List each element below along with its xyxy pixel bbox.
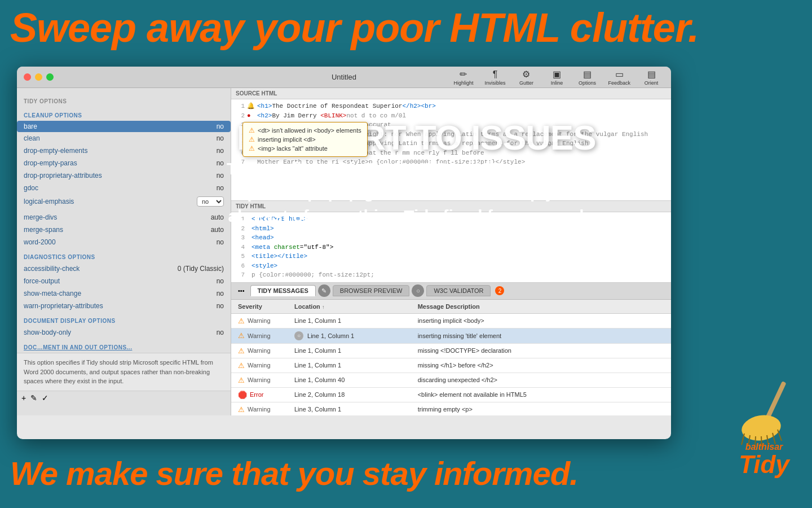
tidy-line-7: 7 p {color:#000000; font-size:12pt; — [236, 270, 667, 280]
option-word-2000-name: word-2000 — [24, 238, 217, 246]
option-drop-prop-attr-row[interactable]: drop-proprietary-attributes no — [17, 169, 231, 182]
tab-tidy-messages-action[interactable]: ✎ — [318, 284, 330, 297]
warning-icon-2: ⚠ — [249, 135, 255, 143]
option-drop-prop-attr-value: no — [217, 172, 224, 179]
option-gdoc-row[interactable]: gdoc no — [17, 182, 231, 194]
toolbar-gutter[interactable]: ⚙ Gutter — [512, 68, 540, 87]
tab-browser-preview-action[interactable]: ○ — [412, 284, 424, 297]
info-box-text: This option specifies if Tidy should str… — [24, 359, 213, 384]
option-accessibility-check-row[interactable]: accessibility-check 0 (Tidy Classic) — [17, 262, 231, 275]
location-text: Line 2, Column 18 — [294, 391, 418, 398]
message-row[interactable]: ⚠ Warning Line 1, Column 40 discarding u… — [231, 373, 671, 388]
toolbar-highlight[interactable]: ✏ Highlight — [449, 68, 478, 87]
option-warn-prop-attr-value: no — [217, 302, 224, 310]
option-drop-empty-elements-name: drop-empty-elements — [24, 147, 217, 155]
desc-text: trimming empty <p> — [418, 406, 664, 413]
toolbar-inline[interactable]: ▣ Inline — [542, 68, 571, 87]
message-row[interactable]: ⚠ Warning Line 1, Column 1 missing <!DOC… — [231, 344, 671, 358]
location-text: Line 3, Column 1 — [294, 406, 418, 413]
location-text: Line 1, Column 1 — [294, 362, 418, 369]
toolbar-feedback[interactable]: ▭ Feedback — [603, 68, 635, 87]
message-row[interactable]: ⚠ Warning Line 1, Column 1 inserting imp… — [231, 314, 671, 329]
tab-w3c-validator[interactable]: W3C VALIDATOR — [426, 285, 491, 296]
option-logical-emphasis-row[interactable]: logical-emphasis no yes — [17, 194, 231, 209]
severity-warning: ⚠ Warning — [238, 361, 294, 370]
gutter-label: Gutter — [519, 80, 533, 86]
option-show-body-only-name: show-body-only — [24, 329, 217, 336]
option-drop-empty-elements-row[interactable]: drop-empty-elements no — [17, 144, 231, 157]
option-drop-empty-paras-row[interactable]: drop-empty-paras no — [17, 157, 231, 169]
severity-warning: ⚠ Warning — [238, 317, 294, 325]
severity-text: Warning — [248, 317, 271, 324]
option-logical-emphasis-select[interactable]: no yes — [197, 196, 224, 207]
option-warn-prop-attr-name: warn-proprietary-attributes — [24, 302, 217, 310]
message-row[interactable]: ⚠ Warning ○ Line 1, Column 1 inserting m… — [231, 329, 671, 344]
option-merge-spans-row[interactable]: merge-spans auto — [17, 224, 231, 236]
col-location-header[interactable]: Location ↑ — [294, 303, 418, 310]
option-merge-spans-name: merge-spans — [24, 226, 211, 234]
options-label: Options — [579, 80, 596, 86]
sidebar: TIDY OPTIONS CLEANUP OPTIONS bare no cle… — [17, 88, 231, 415]
highlight-label: Highlight — [453, 80, 473, 86]
inout-options-title: DOC…MENT IN AND OUT OPTIONS... — [17, 339, 231, 353]
invisibles-icon: ¶ — [493, 69, 498, 80]
svg-line-8 — [778, 430, 782, 441]
svg-line-2 — [742, 433, 744, 445]
option-merge-divs-value: auto — [211, 213, 224, 221]
message-row[interactable]: ⚠ Warning Line 1, Column 1 missing </h1>… — [231, 358, 671, 373]
mascot-area: balthisar Tidy — [730, 374, 798, 477]
option-clean-row[interactable]: clean no — [17, 132, 231, 144]
severity-warning: ⚠ Warning — [238, 405, 294, 414]
row-indicator-icon: ○ — [294, 331, 303, 340]
option-bare-row[interactable]: bare no — [17, 121, 231, 132]
tidy-html-title: TIDY HTML — [231, 201, 671, 212]
severity-error: 🛑 Error — [238, 391, 294, 399]
toolbar-orient[interactable]: ▤ Orient — [637, 68, 665, 87]
sidebar-check-button[interactable]: ✓ — [42, 393, 48, 402]
option-show-meta-change-row[interactable]: show-meta-change no — [17, 287, 231, 300]
tidy-code: 1 <!DOCTYPE html> 2 <html> 3 <head> 4 <m… — [231, 212, 671, 282]
sidebar-edit-button[interactable]: ✎ — [30, 393, 37, 402]
messages-header: Severity Location ↑ Message Description — [231, 300, 671, 314]
tab-tidy-messages[interactable]: TIDY MESSAGES — [250, 285, 316, 296]
severity-text: Warning — [248, 332, 271, 339]
warning-icon-3: ⚠ — [249, 144, 255, 152]
tab-browser-preview[interactable]: BROWSER PREVIEW — [333, 285, 410, 296]
location-text: ○ Line 1, Column 1 — [294, 331, 418, 340]
source-line-1: 1 🔔 <h1>The Doctrine of Respondeat Super… — [236, 102, 667, 111]
orient-icon: ▤ — [647, 69, 656, 80]
option-show-body-only-row[interactable]: show-body-only no — [17, 326, 231, 339]
message-row[interactable]: 🛑 Error Line 2, Column 18 <blink> elemen… — [231, 388, 671, 402]
tidy-options-title: TIDY OPTIONS — [17, 93, 231, 107]
close-button[interactable] — [24, 73, 31, 81]
severity-text: Error — [250, 391, 263, 398]
source-html-title: SOURCE HTML — [231, 88, 671, 99]
toolbar-options[interactable]: ▤ Options — [573, 68, 601, 87]
option-word-2000-value: no — [217, 238, 224, 246]
warning-icon: ⚠ — [238, 405, 245, 414]
inline-label: Inline — [551, 80, 563, 86]
warning-icon: ⚠ — [238, 317, 245, 325]
option-word-2000-row[interactable]: word-2000 no — [17, 236, 231, 248]
sidebar-info-box: This option specifies if Tidy should str… — [17, 353, 231, 391]
option-force-output-row[interactable]: force-output no — [17, 275, 231, 287]
option-merge-divs-row[interactable]: merge-divs auto — [17, 211, 231, 224]
col-desc-header: Message Description — [418, 303, 664, 310]
option-drop-prop-attr-name: drop-proprietary-attributes — [24, 172, 217, 179]
maximize-button[interactable] — [46, 73, 54, 81]
toolbar-invisibles[interactable]: ¶ Invisibles — [480, 68, 510, 87]
option-gdoc-value: no — [217, 184, 224, 192]
option-clean-value: no — [217, 134, 224, 142]
option-warn-prop-attr-row[interactable]: warn-proprietary-attributes no — [17, 300, 231, 312]
tabs-more-button[interactable]: ••• — [235, 286, 248, 295]
desc-text: missing </h1> before </h2> — [418, 362, 664, 369]
option-bare-name: bare — [24, 122, 217, 130]
orient-label: Orient — [645, 80, 659, 86]
minimize-button[interactable] — [35, 73, 42, 81]
severity-text: Warning — [248, 347, 271, 354]
message-row[interactable]: ⚠ Warning Line 3, Column 1 trimming empt… — [231, 402, 671, 416]
highlight-icon: ✏ — [460, 69, 467, 80]
sidebar-add-button[interactable]: + — [21, 393, 26, 402]
tooltip-text-3: <img> lacks "alt" attribute — [258, 145, 328, 152]
doc-display-options-title: DOCUMENT DISPLAY OPTIONS — [17, 312, 231, 326]
